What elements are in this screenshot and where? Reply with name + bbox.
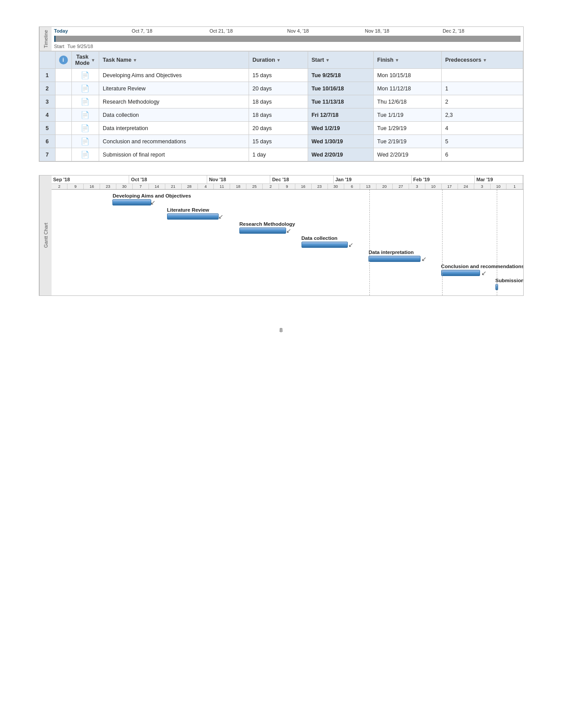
finish-header-content: Finish ▼ xyxy=(377,57,438,63)
timeline-dates-row: Today Oct 7, '18 Oct 21, '18 Nov 4, '18 … xyxy=(52,27,523,35)
gantt-table: i TaskMode ▼ Task Name ▼ xyxy=(39,51,523,161)
cell-duration: 15 days xyxy=(249,135,308,148)
cell-duration: 20 days xyxy=(249,122,308,135)
timeline-start-info: Start Tue 9/25/18 xyxy=(52,43,523,51)
start-header-content: Start ▼ xyxy=(312,57,370,63)
cell-taskname: Conclusion and recommendations xyxy=(99,135,249,148)
gantt-day-cell: 18 xyxy=(230,184,246,189)
col-header-duration: Duration ▼ xyxy=(249,52,308,69)
cell-finish: Thu 12/6/18 xyxy=(373,95,441,108)
gantt-month-cell: Jan '19 xyxy=(334,175,412,183)
gantt-day-cell: 10 xyxy=(491,184,507,189)
table-row: 4 📄 Data collection 18 days Fri 12/7/18 … xyxy=(39,108,523,122)
cell-duration: 1 day xyxy=(249,148,308,161)
cell-taskmode: 📄 xyxy=(71,95,99,108)
gantt-month-cell: Nov '18 xyxy=(207,175,270,183)
gantt-task-row: Data interpretation xyxy=(53,250,521,263)
info-icon: i xyxy=(59,56,68,64)
gantt-body: Developing Aims and ObjectivesLiterature… xyxy=(52,190,523,295)
col-header-taskname: Task Name ▼ xyxy=(99,52,249,69)
finish-arrow: ▼ xyxy=(395,58,399,63)
gantt-month-cell: Mar '19 xyxy=(475,175,523,183)
cell-taskname: Research Methodology xyxy=(99,95,249,108)
taskname-arrow: ▼ xyxy=(133,58,137,63)
gantt-day-cell: 14 xyxy=(149,184,165,189)
cell-taskname: Developing Aims and Objectives xyxy=(99,69,249,82)
gantt-task-row: Conclusion and recommendations xyxy=(53,264,521,277)
cell-info xyxy=(55,69,71,82)
gantt-day-cell: 9 xyxy=(279,184,295,189)
timeline-date-4: Nov 18, '18 xyxy=(365,28,443,34)
gantt-task-label: Submission of final report xyxy=(495,278,523,283)
timeline-date-2: Oct 21, '18 xyxy=(209,28,287,34)
cell-finish: Mon 10/15/18 xyxy=(373,69,441,82)
cell-finish: Tue 2/19/19 xyxy=(373,135,441,148)
gantt-day-cell: 1 xyxy=(506,184,523,189)
gantt-connector-arrow: ↙ xyxy=(150,199,156,205)
cell-rownum: 3 xyxy=(39,95,55,108)
cell-predecessors: 2 xyxy=(441,95,523,108)
cell-finish: Wed 2/20/19 xyxy=(373,148,441,161)
task-mode-icon: 📄 xyxy=(81,124,89,132)
gantt-bar xyxy=(301,242,348,248)
gantt-bar xyxy=(441,270,480,276)
gantt-day-cell: 16 xyxy=(84,184,100,189)
gantt-month-cell: Sep '18 xyxy=(52,175,130,183)
cell-finish: Tue 1/29/19 xyxy=(373,122,441,135)
cell-start: Tue 9/25/18 xyxy=(308,69,373,82)
gantt-day-cell: 30 xyxy=(328,184,344,189)
gantt-day-cell: 16 xyxy=(295,184,312,189)
gantt-connector-arrow: ↙ xyxy=(348,242,354,248)
gantt-day-cell: 9 xyxy=(67,184,84,189)
cell-duration: 20 days xyxy=(249,82,308,95)
gantt-day-cell: 20 xyxy=(376,184,393,189)
gantt-task-row: Literature Review xyxy=(53,207,521,220)
timeline-gray-bar xyxy=(56,36,521,42)
cell-taskname: Data collection xyxy=(99,108,249,122)
cell-predecessors: 4 xyxy=(441,122,523,135)
cell-start: Tue 10/16/18 xyxy=(308,82,373,95)
gantt-day-cell: 10 xyxy=(425,184,442,189)
gantt-connector-arrow: ↙ xyxy=(481,270,487,276)
table-row: 2 📄 Literature Review 20 days Tue 10/16/… xyxy=(39,82,523,95)
task-mode-icon: 📄 xyxy=(81,137,89,146)
gantt-task-row: Data collection xyxy=(53,235,521,249)
timeline-bar-container xyxy=(52,35,523,43)
cell-info xyxy=(55,148,71,161)
col-header-rownum xyxy=(39,52,55,69)
cell-start: Fri 12/7/18 xyxy=(308,108,373,122)
gantt-day-cell: 25 xyxy=(246,184,263,189)
duration-header-content: Duration ▼ xyxy=(253,57,304,63)
task-mode-icon: 📄 xyxy=(81,150,89,159)
cell-taskmode: 📄 xyxy=(71,148,99,161)
cell-taskmode: 📄 xyxy=(71,69,99,82)
cell-info xyxy=(55,82,71,95)
cell-info xyxy=(55,108,71,122)
cell-finish: Mon 11/12/18 xyxy=(373,82,441,95)
cell-taskmode: 📄 xyxy=(71,108,99,122)
table-row: 3 📄 Research Methodology 18 days Tue 11/… xyxy=(39,95,523,108)
gantt-months-row: Sep '18Oct '18Nov '18Dec '18Jan '19Feb '… xyxy=(52,175,523,184)
cell-taskname: Submission of final report xyxy=(99,148,249,161)
table-row: 5 📄 Data interpretation 20 days Wed 1/2/… xyxy=(39,122,523,135)
gantt-connector-arrow: ↙ xyxy=(286,228,291,234)
timeline-section: Timeline Today Oct 7, '18 Oct 21, '18 No… xyxy=(39,26,524,162)
cell-taskmode: 📄 xyxy=(71,135,99,148)
gantt-chart-wrapper: Gantt Chart Sep '18Oct '18Nov '18Dec '18… xyxy=(39,175,524,296)
page-container: Timeline Today Oct 7, '18 Oct 21, '18 No… xyxy=(39,26,524,333)
table-row: 7 📄 Submission of final report 1 day Wed… xyxy=(39,148,523,161)
gantt-day-cell: 2 xyxy=(263,184,279,189)
col-header-taskmode: TaskMode ▼ xyxy=(71,52,99,69)
gantt-day-cell: 28 xyxy=(182,184,198,189)
gantt-day-cell: 13 xyxy=(360,184,376,189)
table-row: 6 📄 Conclusion and recommendations 15 da… xyxy=(39,135,523,148)
gantt-task-label: Data interpretation xyxy=(368,250,413,255)
cell-start: Wed 1/2/19 xyxy=(308,122,373,135)
cell-duration: 18 days xyxy=(249,108,308,122)
gantt-task-label: Research Methodology xyxy=(239,221,295,227)
timeline-date-1: Oct 7, '18 xyxy=(132,28,209,34)
col-header-start: Start ▼ xyxy=(308,52,373,69)
gantt-chart-side-label: Gantt Chart xyxy=(39,175,52,295)
gantt-bar xyxy=(112,199,151,205)
task-mode-icon: 📄 xyxy=(81,84,89,93)
